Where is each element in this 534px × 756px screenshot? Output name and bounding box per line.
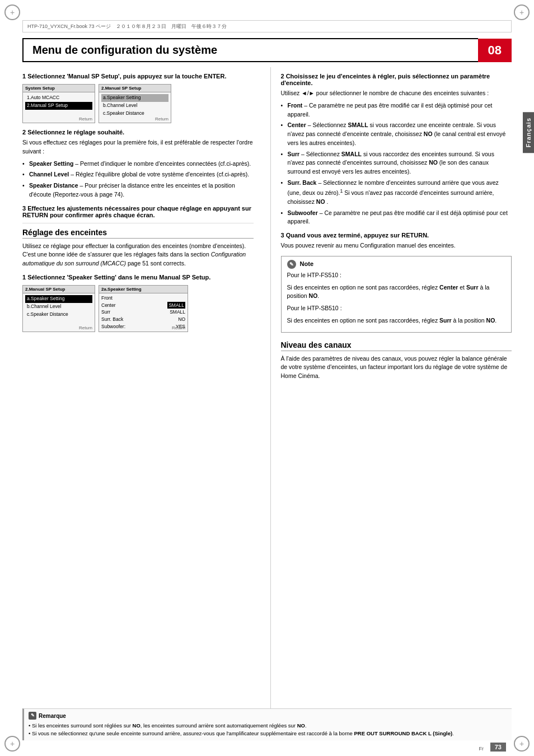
note-htp-fs510-text: Si des enceintes en option ne sont pas r… — [287, 283, 506, 301]
main-content: 1 Sélectionnez 'Manual SP Setup', puis a… — [22, 67, 512, 728]
bottom-note-icon: ✎ — [29, 712, 36, 720]
corner-decoration-bl — [4, 736, 20, 752]
note-title: ✎ Note — [287, 260, 506, 269]
menu-box-manual-footer-1: Return — [155, 116, 168, 122]
menu-box-manual-title-1: 2.Manual SP Setup — [99, 85, 171, 92]
note-htp-sb510-label: Pour le HTP-SB510 : — [287, 304, 506, 313]
bottom-note-item-1: • Si les enceintes surround sont réglées… — [29, 722, 507, 730]
file-info-bar: HTP-710_VYXCN_Fr.book 73 ページ ２０１０年８月２３日 … — [22, 20, 512, 32]
menu-box-speaker-title: 2a.Speaker Setting — [99, 286, 188, 293]
page-lang-bottom: Fr — [479, 746, 484, 752]
corner-decoration-br — [514, 736, 530, 752]
menu-screenshot-2: 2.Manual SP Setup a.Speaker Setting b.Ch… — [22, 285, 254, 332]
menu-screenshot-1: System Setup 1.Auto MCACC 2.Manual SP Se… — [22, 84, 254, 123]
section-niveau-title: Niveau des canaux — [281, 340, 512, 351]
menu-box-manual-title-2: 2.Manual SP Setup — [23, 286, 95, 293]
step2-text: Si vous effectuez ces réglages pour la p… — [22, 138, 254, 156]
bullet-speaker-distance-label: Speaker Distance — [29, 182, 78, 189]
menu-item-speaker-setting-2: a.Speaker Setting — [25, 295, 92, 303]
menu-item-manual-sp: 2.Manual SP Setup — [25, 102, 92, 110]
right-bullet-front: Front – Ce paramètre ne peut pas être mo… — [281, 101, 512, 119]
bottom-note: ✎ Remarque • Si les enceintes surround s… — [22, 708, 512, 741]
note-icon: ✎ — [287, 260, 296, 269]
menu-item-channel-level-1: b.Channel Level — [101, 102, 168, 110]
speaker-label-center: Center — [101, 302, 116, 309]
section-reglage-text2: page 51 sont corrects. — [128, 260, 186, 267]
speaker-row-front: Front — [101, 295, 185, 302]
menu-box-manual-content-2: a.Speaker Setting b.Channel Level c.Spea… — [23, 293, 95, 320]
menu-box-speaker-setting: 2a.Speaker Setting Front Center SMALL Su… — [99, 285, 188, 332]
corner-decoration-tr — [514, 4, 530, 20]
step3-heading: 3 Effectuez les ajustements nécessaires … — [22, 205, 254, 218]
menu-box-speaker-footer: Return — [172, 325, 185, 330]
speaker-label-surr-back: Surr. Back — [101, 316, 123, 323]
right-column: 2 Choisissez le jeu d'enceintes à régler… — [270, 67, 512, 728]
bullet-speaker-distance: Speaker Distance – Pour préciser la dist… — [22, 181, 254, 199]
right-bullet-center: Center – Sélectionnez SMALL si vous racc… — [281, 121, 512, 147]
menu-box-manual-footer-2: Return — [79, 325, 92, 330]
menu-box-system-title: System Setup — [23, 85, 95, 92]
menu-item-speaker-setting-1: a.Speaker Setting — [101, 94, 168, 102]
page-number-bottom: 73 — [490, 743, 506, 752]
step1-heading: 1 Sélectionnez 'Manual SP Setup', puis a… — [22, 73, 254, 80]
menu-box-manual-sp-2: 2.Manual SP Setup a.Speaker Setting b.Ch… — [22, 285, 95, 332]
bullet-speaker-setting-label: Speaker Setting — [29, 160, 73, 167]
step2-right-heading: 2 Choisissez le jeu d'enceintes à régler… — [281, 73, 512, 86]
menu-item-speaker-dist-2: c.Speaker Distance — [25, 311, 92, 319]
speaker-value-surr: SMALL — [170, 309, 185, 316]
step-speaker-heading: 1 Sélectionnez 'Speaker Setting' dans le… — [22, 274, 254, 281]
corner-decoration-tl — [4, 4, 20, 20]
step2-bullets: Speaker Setting – Permet d'indiquer le n… — [22, 160, 254, 199]
step3-right-heading: 3 Quand vous avez terminé, appuyez sur R… — [281, 232, 512, 239]
bottom-note-title: ✎ Remarque — [29, 712, 507, 720]
section-reglage-title: Réglage des enceintes — [22, 228, 254, 239]
bullet-channel-level: Channel Level – Réglez l'équilibre globa… — [22, 170, 254, 179]
step2-right-intro: Utilisez ◄/► pour sélectionner le nombre… — [281, 89, 512, 98]
menu-item-channel-level-2: b.Channel Level — [25, 303, 92, 311]
menu-box-system-content: 1.Auto MCACC 2.Manual SP Setup — [23, 92, 95, 111]
language-sidebar-label: Français — [523, 112, 534, 153]
right-bullet-subwoofer: Subwoofer – Ce paramètre ne peut pas êtr… — [281, 209, 512, 227]
speaker-value-surr-back: NO — [178, 316, 185, 323]
section-reglage-text: Utilisez ce réglage pour effectuer la co… — [22, 242, 254, 268]
note-box: ✎ Note Pour le HTP-FS510 : Si des encein… — [281, 256, 512, 333]
menu-item-auto-mcacc: 1.Auto MCACC — [25, 94, 92, 102]
speaker-row-surr-back: Surr. Back NO — [101, 316, 185, 323]
speaker-row-center: Center SMALL — [101, 302, 185, 309]
bullet-channel-level-label: Channel Level — [29, 171, 69, 178]
right-bullets: Front – Ce paramètre ne peut pas être mo… — [281, 101, 512, 226]
file-info-text: HTP-710_VYXCN_Fr.book 73 ページ ２０１０年８月２３日 … — [27, 23, 227, 30]
page-number: 08 — [478, 39, 512, 62]
left-column: 1 Sélectionnez 'Manual SP Setup', puis a… — [22, 67, 259, 728]
menu-box-manual-sp-1: 2.Manual SP Setup a.Speaker Setting b.Ch… — [99, 84, 171, 123]
speaker-value-center: SMALL — [167, 302, 185, 309]
section-niveau-text: À l'aide des paramètres de niveau des ca… — [281, 354, 512, 381]
menu-box-system-setup: System Setup 1.Auto MCACC 2.Manual SP Se… — [22, 84, 95, 123]
right-bullet-surr: Surr – Sélectionnez SMALL si vous raccor… — [281, 150, 512, 176]
speaker-row-surr: Surr SMALL — [101, 309, 185, 316]
right-bullet-surr-back: Surr. Back – Sélectionnez le nombre d'en… — [281, 179, 512, 207]
bullet-speaker-setting-text: – Permet d'indiquer le nombre d'enceinte… — [75, 160, 251, 167]
note-htp-sb510-text: Si des enceintes en option ne sont pas r… — [287, 316, 506, 325]
page-header: Menu de configuration du système 08 — [22, 38, 512, 62]
bullet-channel-level-text: – Réglez l'équilibre global de votre sys… — [71, 171, 249, 178]
speaker-label-surr: Surr — [101, 309, 110, 316]
page-title: Menu de configuration du système — [22, 38, 478, 62]
menu-box-system-footer: Return — [79, 116, 92, 122]
note-htp-fs510-label: Pour le HTP-FS510 : — [287, 271, 506, 280]
step3-right-text: Vous pouvez revenir au menu Configuratio… — [281, 241, 512, 250]
separator-1 — [22, 223, 254, 223]
bottom-note-item-2: • Si vous ne sélectionnez qu'une seule e… — [29, 730, 507, 738]
bullet-speaker-setting: Speaker Setting – Permet d'indiquer le n… — [22, 160, 254, 169]
speaker-label-front: Front — [101, 295, 113, 302]
step2-heading: 2 Sélectionnez le réglage souhaité. — [22, 129, 254, 136]
speaker-label-subwoofer: Subwoofer: — [101, 323, 125, 330]
menu-box-manual-content-1: a.Speaker Setting b.Channel Level c.Spea… — [99, 92, 171, 119]
